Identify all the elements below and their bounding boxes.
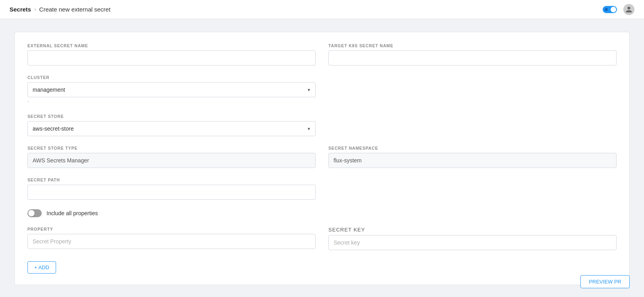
breadcrumb-secrets[interactable]: Secrets xyxy=(10,6,31,13)
row-property-key: PROPERTY Secret Key xyxy=(27,227,617,250)
external-secret-name-label: EXTERNAL SECRET NAME xyxy=(27,43,316,48)
row-secret-path: SECRET PATH xyxy=(27,177,617,200)
include-all-properties-toggle[interactable] xyxy=(27,209,42,217)
secret-namespace-input xyxy=(328,153,617,168)
secret-key-group: Secret Key xyxy=(328,227,617,250)
add-button-row: + ADD xyxy=(27,260,617,274)
secret-store-select[interactable]: aws-secret-store xyxy=(27,121,316,136)
breadcrumb-chevron-icon: › xyxy=(34,6,36,12)
row-cluster: CLUSTER management - xyxy=(27,75,617,104)
header: Secrets › Create new external secret xyxy=(0,0,644,19)
property-input[interactable] xyxy=(27,234,316,249)
secret-store-placeholder-group xyxy=(328,114,617,136)
row-names: EXTERNAL SECRET NAME TARGET K8s SECRET N… xyxy=(27,43,617,66)
breadcrumb: Secrets › Create new external secret xyxy=(10,6,111,13)
cluster-select[interactable]: management xyxy=(27,82,316,97)
secret-store-label: SECRET STORE xyxy=(27,114,316,119)
property-label: PROPERTY xyxy=(27,227,316,231)
row-store-type-namespace: SECRET STORE TYPE SECRET NAMESPACE xyxy=(27,146,617,168)
switch-track xyxy=(27,209,42,217)
secret-key-input[interactable] xyxy=(328,235,617,250)
switch-thumb xyxy=(28,210,35,216)
form-card: EXTERNAL SECRET NAME TARGET K8s SECRET N… xyxy=(14,32,630,285)
theme-toggle[interactable] xyxy=(603,6,617,13)
secret-store-type-input xyxy=(27,153,316,168)
cluster-select-wrapper: management xyxy=(27,82,316,97)
secret-key-label: Secret Key xyxy=(328,227,617,233)
secret-store-select-wrapper: aws-secret-store xyxy=(27,121,316,136)
row-secret-store: SECRET STORE aws-secret-store xyxy=(27,114,617,136)
property-group: PROPERTY xyxy=(27,227,316,250)
target-k8s-secret-name-group: TARGET K8s SECRET NAME xyxy=(328,43,617,66)
main-content: EXTERNAL SECRET NAME TARGET K8s SECRET N… xyxy=(0,19,644,297)
secret-path-input[interactable] xyxy=(27,185,316,200)
secret-path-label: SECRET PATH xyxy=(27,177,316,182)
include-all-properties-row: Include all properties xyxy=(27,209,617,217)
cluster-label: CLUSTER xyxy=(27,75,316,80)
target-k8s-secret-name-input[interactable] xyxy=(328,50,617,66)
secret-store-type-group: SECRET STORE TYPE xyxy=(27,146,316,168)
cluster-sub-text: - xyxy=(27,99,316,104)
secret-path-placeholder-group xyxy=(328,177,617,200)
external-secret-name-input[interactable] xyxy=(27,50,316,66)
secret-namespace-group: SECRET NAMESPACE xyxy=(328,146,617,168)
preview-pr-button[interactable]: PREVIEW PR xyxy=(580,275,630,288)
cluster-placeholder-group xyxy=(328,75,617,104)
cluster-group: CLUSTER management - xyxy=(27,75,316,104)
add-button[interactable]: + ADD xyxy=(27,261,56,274)
header-actions xyxy=(603,4,634,15)
external-secret-name-group: EXTERNAL SECRET NAME xyxy=(27,43,316,66)
target-k8s-secret-name-label: TARGET K8s SECRET NAME xyxy=(328,43,617,48)
secret-path-group: SECRET PATH xyxy=(27,177,316,200)
include-all-properties-label: Include all properties xyxy=(47,210,98,216)
secret-store-group: SECRET STORE aws-secret-store xyxy=(27,114,316,136)
secret-namespace-label: SECRET NAMESPACE xyxy=(328,146,617,150)
breadcrumb-page-title: Create new external secret xyxy=(39,6,111,13)
user-avatar[interactable] xyxy=(623,4,634,15)
secret-store-type-label: SECRET STORE TYPE xyxy=(27,146,316,150)
